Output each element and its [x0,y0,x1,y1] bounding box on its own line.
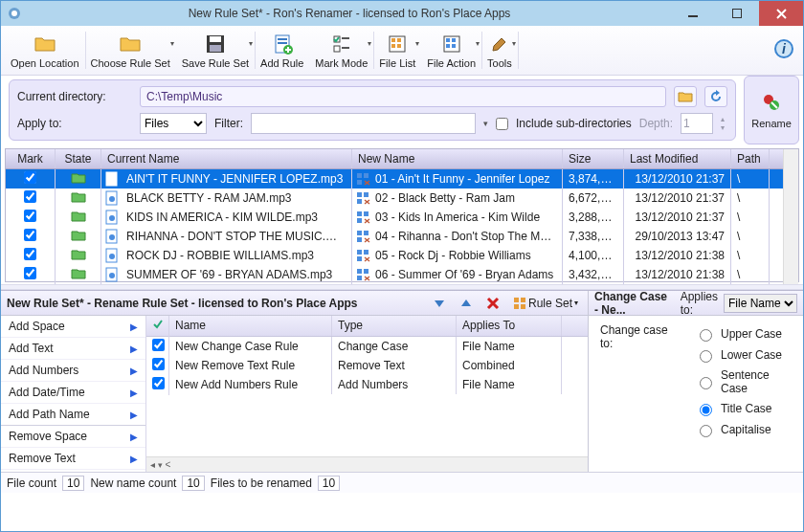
rules-horizontal-scrollbar[interactable]: ◂ ▾ < [146,456,588,472]
chevron-right-icon: ▶ [130,344,138,354]
filter-dropdown-icon[interactable]: ▾ [483,119,488,128]
rule-enabled-checkbox[interactable] [152,339,165,351]
table-row[interactable]: BLACK BETTY - RAM JAM.mp302 - Black Bett… [6,188,783,208]
rule-move-up-button[interactable] [456,296,477,311]
rule-applies-to: File Name [457,337,562,356]
rename-button[interactable]: Rename [744,76,799,144]
rule-action-item[interactable]: Add Path Name▶ [1,404,145,426]
case-radio[interactable] [700,404,712,416]
rule-row[interactable]: New Change Case RuleChange CaseFile Name [146,337,588,356]
col-path[interactable]: Path [731,149,770,168]
refresh-button[interactable] [704,86,727,107]
state-icon [71,267,86,280]
rule-action-item[interactable]: Remove Text▶ [1,448,145,470]
maximize-button[interactable] [715,1,759,26]
mark-checkbox[interactable] [24,171,36,184]
case-option[interactable]: Upper Case [695,323,792,344]
svg-rect-33 [364,173,368,178]
svg-point-1 [11,11,17,16]
rule-action-item[interactable]: Add Numbers▶ [1,360,145,382]
rule-name: New Remove Text Rule [169,356,332,375]
case-option[interactable]: Title Case [695,398,792,419]
action-label: Add Numbers [9,364,78,377]
applies-to-select[interactable]: File Name [724,294,797,313]
new-name: 02 - Black Betty - Ram Jam [375,191,515,205]
col-state[interactable]: State [56,149,101,168]
file-action-button[interactable]: File Action▾ [421,26,481,75]
col-size[interactable]: Size [563,149,624,168]
rule-delete-button[interactable] [482,296,503,311]
table-row[interactable]: ROCK DJ - ROBBIE WILLIAMS.mp305 - Rock D… [6,246,783,265]
svg-rect-59 [357,276,362,280]
grid-vertical-scrollbar[interactable] [783,149,798,284]
save-rule-set-button[interactable]: Save Rule Set▾ [176,26,255,75]
case-radio[interactable] [700,329,712,342]
tools-button[interactable]: Tools▾ [481,26,518,75]
mark-mode-button[interactable]: Mark Mode▾ [309,26,373,75]
table-row[interactable]: KIDS IN AMERICA - KIM WILDE.mp303 - Kids… [6,208,783,227]
rule-action-item[interactable]: Add Space▶ [1,316,145,338]
add-rule-button[interactable]: Add Rule [255,26,309,75]
include-subdirs-checkbox[interactable] [496,118,508,130]
svg-rect-49 [357,237,362,242]
applies-to-label: Applies to: [681,290,718,317]
case-option[interactable]: Lower Case [695,344,792,366]
file-size: 6,672,231 [563,188,624,208]
rule-action-item[interactable]: Remove Space▶ [1,426,145,448]
mark-checkbox[interactable] [24,190,36,203]
table-row[interactable]: SUMMER OF '69 - BRYAN ADAMS.mp306 - Summ… [6,265,783,284]
file-count-value: 10 [62,476,84,491]
file-path: \ [731,169,770,188]
case-option[interactable]: Sentence Case [695,366,792,398]
include-subdirs-label: Include sub-directories [516,117,632,130]
apply-to-select[interactable]: Files [140,113,207,134]
rules-col-type[interactable]: Type [332,316,457,336]
rules-col-applies[interactable]: Applies To [457,316,562,336]
col-modified[interactable]: Last Modified [624,149,731,168]
mark-checkbox[interactable] [24,267,36,279]
svg-rect-53 [364,250,368,255]
new-name-count-label: New name count [90,477,176,490]
chevron-right-icon: ▶ [130,388,138,398]
rule-row[interactable]: New Add Numbers RuleAdd NumbersFile Name [146,375,588,394]
minimize-button[interactable] [671,1,715,26]
col-current-name[interactable]: Current Name [101,149,352,168]
last-modified: 29/10/2013 13:47 [624,227,731,246]
main-toolbar: Open Location Choose Rule Set▾ Save Rule… [1,26,803,76]
rule-set-menu-button[interactable]: Rule Set ▾ [509,296,582,311]
mark-checkbox[interactable] [24,248,36,260]
mark-checkbox[interactable] [24,210,36,222]
rule-row[interactable]: New Remove Text RuleRemove TextCombined [146,356,588,375]
close-button[interactable] [759,1,803,26]
browse-folder-button[interactable] [674,86,697,107]
file-list-button[interactable]: File List▾ [373,26,421,75]
rule-action-item[interactable]: Add Text▶ [1,338,145,360]
last-modified: 13/12/2010 21:37 [624,208,731,227]
col-new-name[interactable]: New Name [352,149,563,168]
table-row[interactable]: AIN'T IT FUNNY - JENNIFER LOPEZ.mp301 - … [6,169,783,188]
files-to-rename-label: Files to be renamed [211,477,312,490]
choose-rule-set-button[interactable]: Choose Rule Set▾ [85,26,176,75]
table-row[interactable]: RIHANNA - DON'T STOP THE MUSIC.mp304 - R… [6,227,783,246]
case-option[interactable]: Capitalise [695,419,792,440]
col-mark[interactable]: Mark [6,149,56,168]
rule-move-down-button[interactable] [429,296,450,311]
case-radio[interactable] [700,425,712,437]
status-bar: File count 10 New name count 10 Files to… [1,472,803,493]
file-icon [105,248,119,265]
open-location-button[interactable]: Open Location [5,26,85,75]
filter-input[interactable] [251,113,476,134]
rule-enabled-checkbox[interactable] [152,358,165,370]
rule-action-item[interactable]: Add Date/Time▶ [1,382,145,404]
case-radio[interactable] [700,350,712,363]
rules-col-check[interactable] [146,316,169,336]
current-directory-path[interactable]: C:\Temp\Music [140,86,666,107]
case-radio[interactable] [700,377,712,389]
info-icon[interactable]: i [772,37,795,63]
mark-checkbox[interactable] [24,229,36,241]
rule-enabled-checkbox[interactable] [152,377,165,389]
rules-panel-title: New Rule Set* - Rename Rule Set - licens… [7,297,423,310]
rules-col-name[interactable]: Name [169,316,332,336]
rules-panel: New Rule Set* - Rename Rule Set - licens… [1,291,589,472]
rename-icon [356,190,371,208]
